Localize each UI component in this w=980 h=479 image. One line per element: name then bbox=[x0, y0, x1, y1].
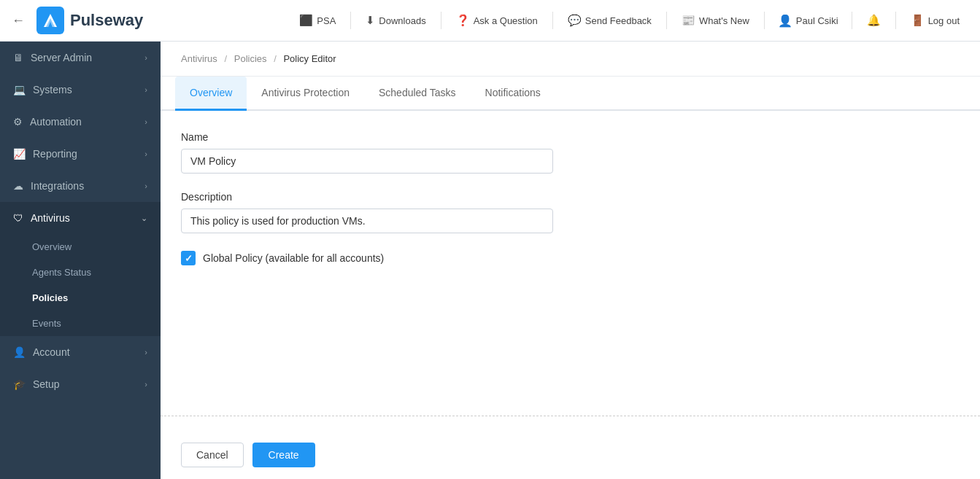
footer-buttons: Cancel Create bbox=[161, 431, 980, 479]
ask-label: Ask a Question bbox=[474, 15, 538, 26]
psa-button[interactable]: ⬛ PSA bbox=[290, 9, 344, 31]
sidebar-item-setup[interactable]: 🎓 Setup › bbox=[0, 368, 161, 400]
description-group: Description bbox=[181, 191, 960, 233]
tab-overview[interactable]: Overview bbox=[175, 77, 247, 111]
form-area: Name Description ✓ Global Policy (availa… bbox=[161, 111, 980, 401]
whats-new-label: What's New bbox=[699, 15, 749, 26]
psa-icon: ⬛ bbox=[299, 14, 313, 27]
sidebar-item-integrations[interactable]: ☁ Integrations › bbox=[0, 170, 161, 202]
sidebar: 🖥 Server Admin › 💻 Systems › ⚙ Automatio… bbox=[0, 42, 161, 479]
sidebar-item-overview[interactable]: Overview bbox=[0, 234, 161, 260]
breadcrumb-policies[interactable]: Policies bbox=[234, 53, 267, 64]
sidebar-item-policies[interactable]: Policies bbox=[0, 285, 161, 311]
feedback-button[interactable]: 💬 Send Feedback bbox=[559, 9, 660, 31]
breadcrumb: Antivirus / Policies / Policy Editor bbox=[161, 42, 980, 77]
chevron-icon: › bbox=[144, 380, 147, 389]
systems-icon: 💻 bbox=[13, 84, 26, 96]
breadcrumb-current: Policy Editor bbox=[283, 53, 336, 64]
ask-icon: ❓ bbox=[456, 14, 470, 27]
feedback-label: Send Feedback bbox=[585, 15, 652, 26]
agents-status-label: Agents Status bbox=[32, 267, 91, 278]
content-panel: Overview Antivirus Protection Scheduled … bbox=[161, 77, 980, 479]
policies-label: Policies bbox=[32, 292, 68, 303]
chevron-icon: › bbox=[144, 85, 147, 94]
chevron-down-icon: ⌄ bbox=[141, 214, 147, 223]
cancel-button[interactable]: Cancel bbox=[181, 443, 244, 467]
global-policy-label: Global Policy (available for all account… bbox=[203, 252, 384, 264]
global-policy-row: ✓ Global Policy (available for all accou… bbox=[181, 251, 960, 265]
topnav: ← Pulseway ⬛ PSA ⬇ Downloads ❓ Ask a Que… bbox=[0, 0, 980, 42]
tab-notifications[interactable]: Notifications bbox=[471, 77, 555, 111]
downloads-label: Downloads bbox=[379, 15, 425, 26]
logout-button[interactable]: 🚪 Log out bbox=[902, 9, 968, 31]
nav-divider-3 bbox=[552, 12, 553, 29]
logout-label: Log out bbox=[928, 15, 960, 26]
logo-text: Pulseway bbox=[70, 11, 143, 30]
downloads-icon: ⬇ bbox=[366, 14, 375, 27]
chevron-icon: › bbox=[144, 117, 147, 126]
integrations-icon: ☁ bbox=[13, 180, 23, 192]
main-content: Antivirus / Policies / Policy Editor Ove… bbox=[161, 42, 980, 479]
nav-divider-6 bbox=[852, 12, 852, 29]
nav-divider-7 bbox=[895, 12, 896, 29]
bell-button[interactable]: 🔔 bbox=[858, 9, 890, 31]
antivirus-icon: 🛡 bbox=[13, 212, 23, 224]
sidebar-item-systems[interactable]: 💻 Systems › bbox=[0, 74, 161, 106]
sidebar-item-server-admin[interactable]: 🖥 Server Admin › bbox=[0, 42, 161, 74]
chevron-icon: › bbox=[144, 348, 147, 357]
feedback-icon: 💬 bbox=[568, 14, 582, 27]
downloads-button[interactable]: ⬇ Downloads bbox=[357, 9, 434, 31]
sidebar-label-reporting: Reporting bbox=[33, 148, 77, 160]
nav-divider-5 bbox=[764, 12, 765, 29]
user-icon: 👤 bbox=[778, 14, 792, 28]
sidebar-label-server-admin: Server Admin bbox=[31, 52, 92, 63]
automation-icon: ⚙ bbox=[13, 116, 23, 128]
logout-icon: 🚪 bbox=[911, 14, 925, 27]
sidebar-item-agents-status[interactable]: Agents Status bbox=[0, 260, 161, 285]
form-divider bbox=[161, 416, 980, 416]
ask-button[interactable]: ❓ Ask a Question bbox=[447, 9, 547, 31]
sidebar-label-setup: Setup bbox=[33, 378, 60, 390]
sidebar-label-antivirus: Antivirus bbox=[31, 212, 70, 224]
layout: 🖥 Server Admin › 💻 Systems › ⚙ Automatio… bbox=[0, 42, 980, 479]
description-input[interactable] bbox=[181, 209, 553, 233]
nav-divider-2 bbox=[441, 12, 441, 29]
antivirus-submenu: Overview Agents Status Policies Events bbox=[0, 234, 161, 336]
tab-scheduled-tasks[interactable]: Scheduled Tasks bbox=[364, 77, 471, 111]
setup-icon: 🎓 bbox=[13, 378, 26, 390]
topnav-actions: ⬛ PSA ⬇ Downloads ❓ Ask a Question 💬 Sen… bbox=[290, 9, 968, 32]
global-policy-checkbox[interactable]: ✓ bbox=[181, 251, 196, 265]
sidebar-item-reporting[interactable]: 📈 Reporting › bbox=[0, 138, 161, 170]
create-button[interactable]: Create bbox=[252, 443, 315, 467]
account-icon: 👤 bbox=[13, 346, 26, 358]
bell-icon: 🔔 bbox=[867, 14, 881, 27]
breadcrumb-antivirus[interactable]: Antivirus bbox=[181, 53, 217, 64]
logo-icon bbox=[36, 7, 64, 34]
name-input[interactable] bbox=[181, 149, 553, 174]
back-button[interactable]: ← bbox=[12, 13, 25, 28]
events-label: Events bbox=[32, 318, 61, 329]
sidebar-label-systems: Systems bbox=[33, 84, 72, 96]
tab-antivirus-protection[interactable]: Antivirus Protection bbox=[247, 77, 364, 111]
chevron-icon: › bbox=[144, 182, 147, 190]
server-admin-icon: 🖥 bbox=[13, 52, 23, 63]
sidebar-item-account[interactable]: 👤 Account › bbox=[0, 336, 161, 368]
whats-new-button[interactable]: 📰 What's New bbox=[673, 9, 758, 31]
sidebar-item-events[interactable]: Events bbox=[0, 311, 161, 336]
name-group: Name bbox=[181, 131, 960, 174]
overview-label: Overview bbox=[32, 241, 72, 252]
name-label: Name bbox=[181, 131, 960, 143]
nav-divider-1 bbox=[350, 12, 351, 29]
chevron-icon: › bbox=[144, 53, 147, 62]
sidebar-item-antivirus[interactable]: 🛡 Antivirus ⌄ bbox=[0, 202, 161, 234]
sidebar-label-integrations: Integrations bbox=[31, 180, 84, 192]
tabs: Overview Antivirus Protection Scheduled … bbox=[161, 77, 980, 111]
logo[interactable]: Pulseway bbox=[36, 7, 143, 34]
sidebar-item-automation[interactable]: ⚙ Automation › bbox=[0, 106, 161, 138]
nav-divider-4 bbox=[666, 12, 667, 29]
chevron-icon: › bbox=[144, 149, 147, 158]
sidebar-label-account: Account bbox=[33, 346, 70, 358]
sidebar-label-automation: Automation bbox=[30, 116, 82, 128]
breadcrumb-sep-1: / bbox=[224, 53, 227, 64]
user-menu[interactable]: 👤 Paul Csiki bbox=[771, 9, 846, 32]
